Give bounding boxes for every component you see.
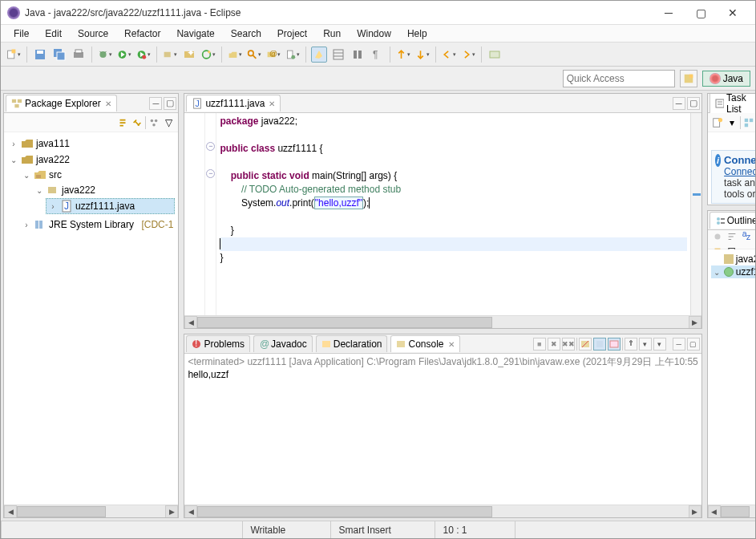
menu-navigate[interactable]: Navigate [168,26,222,41]
toggle-highlight-button[interactable] [311,47,327,63]
new-package-button[interactable] [162,47,178,63]
collapse-button[interactable] [487,47,503,63]
menu-help[interactable]: Help [399,26,435,41]
console-tab-close[interactable]: ✕ [448,340,455,349]
menu-search[interactable]: Search [223,26,269,41]
menu-run[interactable]: Run [315,26,349,41]
console-minimize[interactable]: ─ [673,338,685,351]
run-last-button[interactable] [135,47,152,63]
forward-button[interactable] [460,47,476,63]
pin-button[interactable]: ¶ [369,47,385,63]
expand-icon[interactable]: › [48,202,58,211]
expand-icon[interactable]: › [9,140,18,148]
editor-tab-uzzf1111[interactable]: J uzzf1111.java ✕ [186,95,281,111]
menu-file[interactable]: File [6,26,37,41]
remove-all-button[interactable]: ✖✖ [562,338,575,351]
expand-icon[interactable]: › [22,221,31,229]
console-hscroll[interactable]: ◀▶ [184,505,701,517]
sort-icon[interactable] [726,230,738,243]
package-explorer-tab[interactable]: Package Explorer ✕ [6,95,117,111]
task-dropdown-icon[interactable]: ▾ [726,116,738,129]
console-maximize[interactable]: ▢ [687,338,700,351]
javadoc-tab[interactable]: @ Javadoc [253,335,313,352]
connect-link[interactable]: Connect [724,166,755,177]
outline-package[interactable]: java222 [711,253,755,265]
connect-mylyn-link[interactable]: Connect Mylyn [724,154,755,166]
menu-source[interactable]: Source [70,26,116,41]
new-type-button[interactable] [200,47,216,63]
editor-maximize[interactable]: ▢ [687,97,700,110]
fold-marker[interactable]: − [206,169,215,178]
clear-console-button[interactable] [579,338,592,351]
view-menu-icon[interactable]: ▽ [162,116,175,129]
menu-project[interactable]: Project [269,26,315,41]
categorize-icon[interactable] [742,116,755,129]
collapse-icon[interactable]: ⌄ [9,156,18,164]
display-console-button[interactable]: ▾ [639,338,652,351]
run-button[interactable] [116,47,132,63]
editor-hscroll[interactable]: ◀▶ [184,315,701,328]
code-editor[interactable]: − − package java222; public class uzzf11… [184,113,701,315]
collapse-all-icon[interactable] [116,116,129,129]
java-perspective-button[interactable]: Java [702,71,750,87]
panel-maximize[interactable]: ▢ [164,97,176,110]
remove-launch-button[interactable]: ✖ [548,338,560,351]
overview-ruler[interactable] [690,113,701,315]
close-button[interactable]: ✕ [717,2,749,24]
menu-window[interactable]: Window [349,26,399,41]
minimize-button[interactable]: ─ [653,2,685,24]
maximize-button[interactable]: ▢ [685,2,717,24]
menu-refactor[interactable]: Refactor [116,26,168,41]
new-class-button[interactable]: ✦ [181,47,197,63]
next-ann-button[interactable] [395,47,411,63]
explorer-hscroll[interactable]: ◀▶ [4,505,178,517]
focus-outline-icon[interactable] [711,230,724,243]
package-java222[interactable]: ⌄ java222 [33,183,175,197]
toggle-block-button[interactable] [330,47,346,63]
declaration-tab[interactable]: Declaration [316,335,388,352]
problems-tab[interactable]: ! Problems [186,335,250,352]
outline-tab[interactable]: Outline ✕ [710,212,755,229]
package-explorer-close[interactable]: ✕ [105,99,111,108]
filter-icon[interactable] [148,116,160,129]
console-body[interactable]: <terminated> uzzf1111 [Java Application]… [184,354,701,505]
collapse-icon[interactable]: ⌄ [34,186,44,195]
scroll-lock-button[interactable] [593,338,606,351]
code-area[interactable]: package java222; public class uzzf1111 {… [216,113,689,315]
new-task-icon[interactable] [711,116,724,129]
file-uzzf1111[interactable]: › J uzzf1111.java [46,198,175,214]
editor-tab-close[interactable]: ✕ [269,99,275,108]
hide-fields-icon[interactable] [754,230,755,243]
jre-library[interactable]: › JRE System Library [CDC-1 [20,217,175,232]
src-folder[interactable]: ⌄ src [20,168,175,182]
panel-minimize[interactable]: ─ [149,97,162,110]
task-button[interactable] [285,47,301,63]
word-wrap-button[interactable] [608,338,621,351]
menu-edit[interactable]: Edit [37,26,70,41]
new-button[interactable] [6,47,22,63]
debug-button[interactable] [97,47,113,63]
az-sort-icon[interactable]: az [740,230,753,243]
save-button[interactable] [32,47,48,63]
open-console-button[interactable]: ▾ [653,338,666,351]
open-perspective-button[interactable] [680,70,697,87]
search-button[interactable] [246,47,262,63]
save-all-button[interactable] [51,47,67,63]
terminate-button[interactable]: ■ [533,338,546,351]
back-button[interactable] [441,47,457,63]
open-type-button[interactable] [227,47,243,63]
console-tab[interactable]: Console ✕ [390,335,459,352]
pin-console-button[interactable] [625,338,637,351]
quick-access-input[interactable] [563,70,675,87]
project-java111[interactable]: › java111 [7,136,175,151]
annotation-button[interactable]: @ [265,47,281,63]
toggle-whitespace-button[interactable] [350,47,366,63]
editor-minimize[interactable]: ─ [673,97,685,110]
link-editor-icon[interactable] [131,116,144,129]
prev-ann-button[interactable] [414,47,431,63]
outline-hscroll[interactable]: ◀▶ [708,505,755,517]
fold-marker[interactable]: − [206,142,215,151]
tasklist-menu-icon[interactable]: ▽ [708,132,755,147]
print-button[interactable] [71,47,87,63]
collapse-icon[interactable]: ⌄ [712,268,722,277]
